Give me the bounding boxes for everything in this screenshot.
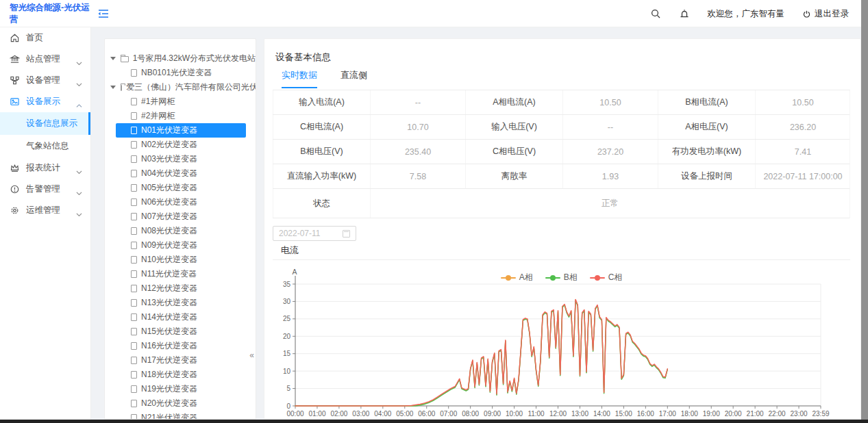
tree-device-node[interactable]: N12光伏逆变器 [116, 281, 246, 296]
svg-text:18:00: 18:00 [681, 410, 698, 418]
file-icon [131, 400, 137, 407]
sidebar-item-report-stats[interactable]: 报表统计 [0, 157, 90, 179]
tree-device-node[interactable]: N07光伏逆变器 [116, 209, 246, 224]
tree-device-node[interactable]: N09光伏逆变器 [116, 238, 246, 253]
sidebar-item-device-display[interactable]: 设备展示 [0, 91, 90, 112]
file-icon [131, 371, 137, 379]
legend-item[interactable]: A相 [501, 272, 533, 283]
sidebar-subitem-weather-station[interactable]: 气象站信息 [0, 135, 90, 157]
tree-collapse-handle[interactable]: « [249, 350, 254, 360]
tree-device-node[interactable]: #2并网柜 [116, 109, 246, 123]
sidebar-item-alarm-mgmt[interactable]: 告警管理 [0, 179, 90, 200]
file-icon [131, 357, 137, 364]
tree-device-node[interactable]: N05光伏逆变器 [116, 181, 246, 195]
field-value: 10.70 [370, 115, 465, 139]
file-icon [131, 242, 137, 249]
field-label: C相电压(V) [465, 140, 562, 164]
field-value: 10.50 [755, 90, 850, 114]
power-icon [802, 10, 811, 18]
field-label: 状态 [273, 189, 370, 218]
tree-device-node[interactable]: N03光伏逆变器 [116, 152, 246, 166]
table-row: 直流输入功率(kW)7.58离散率1.93设备上报时间2022-07-11 17… [273, 164, 850, 189]
tab-dc-side[interactable]: 直流侧 [340, 69, 367, 88]
search-icon[interactable] [650, 8, 661, 19]
display-icon [10, 97, 20, 107]
app-logo: 智光综合能源-光伏运营 [10, 0, 90, 27]
tree-device-node[interactable]: N17光伏逆变器 [116, 353, 246, 368]
date-picker[interactable]: 2022-07-11 [273, 226, 356, 241]
sidebar-nav: 首页 站点管理 设备管理 设备展示 [0, 27, 91, 420]
svg-text:21:00: 21:00 [747, 410, 764, 418]
logout-button[interactable]: 退出登录 [802, 8, 849, 20]
tree-device-node[interactable]: N02光伏逆变器 [116, 138, 246, 152]
tree-device-node[interactable]: N06光伏逆变器 [116, 195, 246, 209]
file-icon [131, 270, 137, 278]
tree-device-node[interactable]: N01光伏逆变器 [116, 123, 246, 138]
field-value: 1.93 [562, 164, 658, 188]
field-value: 7.58 [370, 164, 465, 188]
alarm-icon[interactable] [679, 8, 690, 19]
tree-device-node[interactable]: N13光伏逆变器 [116, 296, 246, 310]
chevron-down-icon [76, 188, 82, 192]
tree-device-node[interactable]: N19光伏逆变器 [116, 382, 246, 396]
field-label: 离散率 [465, 164, 562, 188]
tree-device-node[interactable]: N14光伏逆变器 [116, 310, 246, 324]
tab-realtime-data[interactable]: 实时数据 [282, 69, 317, 88]
table-row: B相电压(V)235.40C相电压(V)237.20有功发电功率(kW)7.41 [273, 140, 850, 164]
field-label: 直流输入功率(kW) [273, 164, 370, 188]
tree-station-node[interactable]: 爱三（佛山）汽车部件有限公司光伏发 [105, 80, 256, 94]
file-icon [131, 155, 137, 163]
sidebar-item-ops-mgmt[interactable]: 运维管理 [0, 200, 90, 221]
svg-text:09:00: 09:00 [484, 410, 501, 418]
file-icon [131, 299, 137, 307]
field-value: 2022-07-11 17:00:00 [755, 164, 850, 188]
menu-fold-icon[interactable] [97, 8, 110, 20]
file-icon [131, 328, 137, 335]
tree-device-node[interactable]: NB0101光伏逆变器 [116, 66, 246, 80]
divider [273, 259, 850, 260]
svg-text:23:59: 23:59 [812, 410, 829, 418]
svg-text:13:00: 13:00 [571, 410, 588, 418]
sidebar-subitem-device-info[interactable]: 设备信息展示 [0, 112, 90, 135]
tree-device-node[interactable]: N21光伏逆变器 [116, 411, 246, 420]
legend-item[interactable]: C相 [590, 272, 623, 283]
svg-text:23:00: 23:00 [791, 410, 808, 418]
device-tree: 1号家用4.32kW分布式光伏发电站NB0101光伏逆变器爱三（佛山）汽车部件有… [105, 51, 256, 420]
field-label: A相电压(V) [658, 115, 755, 139]
file-icon [131, 414, 137, 420]
tree-device-node[interactable]: #1并网柜 [116, 94, 246, 109]
table-row: 输入电流(A)--A相电流(A)10.50B相电流(A)10.50 [273, 90, 850, 115]
caret-down-icon[interactable] [110, 57, 116, 60]
tree-device-node[interactable]: N15光伏逆变器 [116, 324, 246, 339]
tree-device-node[interactable]: N18光伏逆变器 [116, 368, 246, 382]
sidebar-item-home[interactable]: 首页 [0, 27, 90, 49]
file-icon [131, 198, 137, 206]
file-icon [131, 112, 137, 120]
svg-text:15:00: 15:00 [615, 410, 632, 418]
tree-device-node[interactable]: N16光伏逆变器 [116, 339, 246, 353]
svg-text:5: 5 [286, 385, 290, 392]
chevron-up-icon [76, 100, 82, 104]
file-icon [131, 170, 137, 177]
field-value: -- [370, 90, 465, 114]
tree-device-node[interactable]: N10光伏逆变器 [116, 253, 246, 267]
caret-down-icon[interactable] [110, 86, 116, 89]
chevron-down-icon [76, 166, 82, 170]
svg-text:10:00: 10:00 [506, 410, 523, 418]
svg-text:0: 0 [286, 402, 290, 410]
svg-text:30: 30 [283, 298, 291, 305]
legend-item[interactable]: B相 [545, 272, 578, 283]
sidebar-item-device-mgmt[interactable]: 设备管理 [0, 70, 90, 91]
svg-text:15: 15 [283, 350, 291, 357]
vertical-scrollbar[interactable] [861, 0, 868, 423]
tree-device-node[interactable]: N08光伏逆变器 [116, 224, 246, 238]
tree-station-node[interactable]: 1号家用4.32kW分布式光伏发电站 [105, 51, 256, 66]
tree-device-node[interactable]: N04光伏逆变器 [116, 166, 246, 181]
legend-marker-icon [590, 275, 605, 281]
field-value: 正常 [370, 189, 850, 218]
tree-device-node[interactable]: N11光伏逆变器 [116, 267, 246, 281]
field-value: 237.20 [562, 140, 658, 164]
sidebar-item-site-mgmt[interactable]: 站点管理 [0, 49, 90, 70]
tree-device-node[interactable]: N20光伏逆变器 [116, 396, 246, 411]
svg-text:11:00: 11:00 [528, 410, 545, 418]
